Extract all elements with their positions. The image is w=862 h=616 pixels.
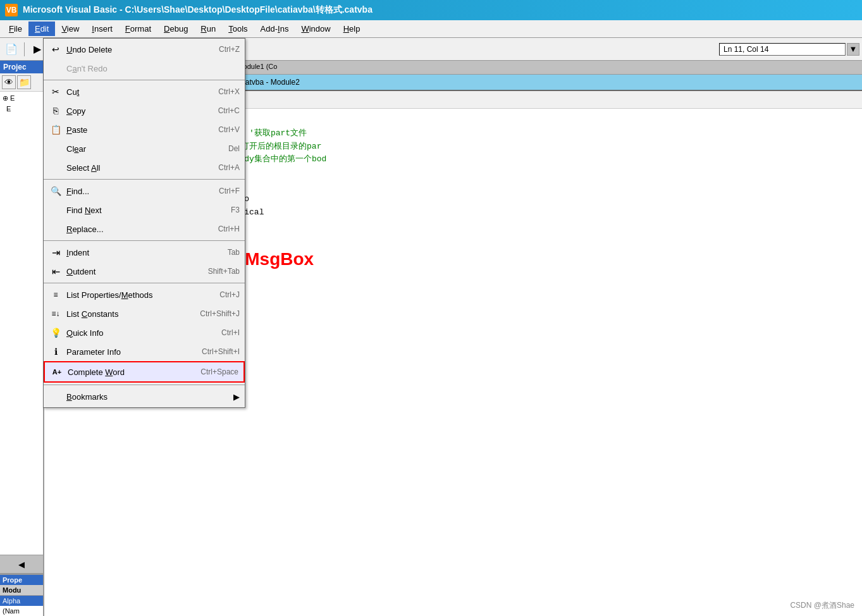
left-scroll-arrow[interactable]: ◀	[0, 555, 43, 574]
menu-item-findnext[interactable]: Find Next F3	[44, 200, 245, 219]
menu-item-selectall[interactable]: Select All Ctrl+A	[44, 158, 245, 177]
left-toolbar: 👁 📁	[0, 73, 43, 92]
selectall-label: Select All	[66, 163, 206, 173]
tree-item-node[interactable]: E	[1, 104, 42, 114]
quickinfo-icon: 💡	[49, 326, 63, 340]
outdent-icon: ⇤	[49, 264, 63, 278]
menu-item-paraminfo[interactable]: ℹ Parameter Info Ctrl+Shift+I	[44, 342, 245, 361]
menu-item-clear[interactable]: Clear Del	[44, 139, 245, 158]
project-tree: ⊕ E E	[0, 92, 43, 555]
replace-label: Replace...	[66, 225, 206, 234]
menu-view[interactable]: View	[55, 22, 85, 36]
cut-icon: ✂	[49, 85, 63, 99]
app-icon: VB	[5, 4, 18, 16]
listconst-label: List Constants	[66, 309, 187, 319]
menu-item-listconst[interactable]: ≡↓ List Constants Ctrl+Shift+J	[44, 304, 245, 323]
clear-shortcut: Del	[228, 144, 240, 153]
menu-item-copy[interactable]: ⎘ Copy Ctrl+C	[44, 101, 245, 120]
paste-shortcut: Ctrl+V	[218, 125, 240, 134]
selectall-icon	[49, 161, 63, 175]
left-bottom-panels: Prope Modu Alpha (Nam	[0, 574, 43, 616]
nan-item[interactable]: (Nam	[0, 606, 43, 616]
listprop-shortcut: Ctrl+J	[219, 290, 240, 299]
completeword-label: Complete Word	[68, 367, 188, 377]
menu-tools[interactable]: Tools	[222, 22, 254, 36]
clear-icon	[49, 142, 63, 156]
menu-item-indent[interactable]: ⇥ Indent Tab	[44, 243, 245, 262]
menu-item-redo: Can't Redo	[44, 59, 245, 78]
location-display: Ln 11, Col 14	[719, 43, 846, 56]
sep4	[44, 283, 245, 283]
left-panel: Projec 👁 📁 ⊕ E E ◀ Prope Modu Alpha (Nam	[0, 61, 44, 616]
menu-item-cut[interactable]: ✂ Cut Ctrl+X	[44, 82, 245, 101]
sep2	[44, 179, 245, 180]
edit-menu-overlay: ↩ Undo Delete Ctrl+Z Can't Redo ✂ Cut Ct…	[43, 38, 245, 408]
outdent-shortcut: Shift+Tab	[208, 267, 240, 276]
menu-run[interactable]: Run	[194, 22, 222, 36]
menu-item-find[interactable]: 🔍 Find... Ctrl+F	[44, 182, 245, 200]
paraminfo-icon: ℹ	[49, 345, 63, 359]
menu-item-undo[interactable]: ↩ Undo Delete Ctrl+Z	[44, 40, 245, 59]
menu-window[interactable]: Window	[295, 22, 336, 36]
menu-item-quickinfo[interactable]: 💡 Quick Info Ctrl+I	[44, 323, 245, 342]
menu-format[interactable]: Format	[119, 22, 157, 36]
indent-label: Indent	[66, 248, 215, 257]
selectall-shortcut: Ctrl+A	[218, 163, 240, 172]
toolbar-doc-btn[interactable]: 📄	[3, 41, 20, 58]
listprop-icon: ≡	[49, 288, 63, 302]
menu-bar: File Edit View Insert Format Debug Run T…	[0, 20, 862, 38]
menu-insert[interactable]: Insert	[85, 22, 119, 36]
find-shortcut: Ctrl+F	[219, 187, 240, 195]
menu-item-completeword[interactable]: A+ Complete Word Ctrl+Space	[44, 361, 245, 383]
replace-icon	[49, 222, 63, 236]
menu-item-bookmarks[interactable]: Bookmarks ▶	[44, 387, 245, 406]
sep5	[44, 385, 245, 385]
redo-label: Can't Redo	[66, 64, 227, 73]
menu-item-listprop[interactable]: ≡ List Properties/Methods Ctrl+J	[44, 285, 245, 304]
left-folder-btn[interactable]: 📁	[17, 75, 31, 89]
findnext-label: Find Next	[66, 206, 218, 215]
menu-item-outdent[interactable]: ⇤ Outdent Shift+Tab	[44, 262, 245, 281]
menu-item-replace[interactable]: Replace... Ctrl+H	[44, 219, 245, 238]
properties-header: Prope	[0, 575, 43, 585]
undo-label: Undo Delete	[66, 45, 206, 54]
quickinfo-label: Quick Info	[66, 328, 209, 338]
menu-item-paste[interactable]: 📋 Paste Ctrl+V	[44, 120, 245, 139]
listconst-icon: ≡↓	[49, 307, 63, 321]
completeword-shortcut: Ctrl+Space	[200, 367, 238, 376]
menu-help[interactable]: Help	[337, 22, 367, 36]
project-panel-header: Projec	[0, 61, 43, 73]
redo-icon	[49, 61, 63, 75]
quickinfo-shortcut: Ctrl+I	[221, 328, 240, 337]
find-label: Find...	[66, 187, 206, 196]
listconst-shortcut: Ctrl+Shift+J	[200, 309, 240, 318]
paraminfo-label: Parameter Info	[66, 347, 189, 357]
outdent-label: Outdent	[66, 267, 195, 276]
indent-shortcut: Tab	[228, 248, 240, 257]
indent-icon: ⇥	[49, 245, 63, 259]
menu-addins[interactable]: Add-Ins	[254, 22, 295, 36]
listprop-label: List Properties/Methods	[66, 290, 207, 300]
copy-icon: ⎘	[49, 104, 63, 118]
module-header: Modu	[0, 585, 43, 596]
menu-debug[interactable]: Debug	[157, 22, 194, 36]
findnext-shortcut: F3	[231, 206, 240, 214]
replace-shortcut: Ctrl+H	[218, 225, 240, 233]
left-view-btn[interactable]: 👁	[2, 75, 16, 89]
menu-edit[interactable]: Edit	[28, 22, 55, 36]
tree-item-expand[interactable]: ⊕ E	[1, 93, 42, 104]
title-bar: VB Microsoft Visual Basic - C:\Users\Sha…	[0, 0, 862, 20]
clear-label: Clear	[66, 144, 216, 154]
alpha-item: Alpha	[0, 596, 43, 606]
findnext-icon	[49, 203, 63, 217]
paste-icon: 📋	[49, 123, 63, 137]
toolbar-sep1	[24, 42, 25, 56]
sep1	[44, 80, 245, 80]
undo-shortcut: Ctrl+Z	[219, 45, 240, 54]
paraminfo-shortcut: Ctrl+Shift+I	[202, 347, 240, 356]
location-dropdown-btn[interactable]: ▼	[847, 43, 859, 56]
copy-label: Copy	[66, 106, 206, 116]
cut-shortcut: Ctrl+X	[218, 87, 240, 96]
menu-file[interactable]: File	[3, 22, 28, 36]
edit-dropdown-menu: ↩ Undo Delete Ctrl+Z Can't Redo ✂ Cut Ct…	[43, 38, 245, 408]
